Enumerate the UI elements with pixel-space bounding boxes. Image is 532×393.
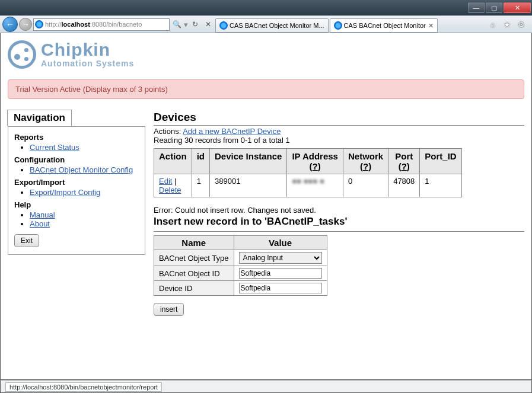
tab-title: CAS BACnet Object Monitor M... [230,22,324,29]
form-col-name: Name [154,236,234,250]
cell-port: 47808 [388,174,420,197]
logo-icon [8,40,36,69]
devices-heading: Devices [154,111,524,124]
devices-actions: Actions: Add a new BACnetIP Device [154,127,524,136]
form-col-value: Value [234,236,327,250]
reading-info: Reading 30 records from 0-1 of a total 1 [154,136,524,145]
exit-button[interactable]: Exit [14,234,39,247]
nav-link[interactable]: Export/Import Config [30,188,100,197]
col-port: Port(?) [388,149,420,174]
col-id: id [192,149,209,174]
maximize-button[interactable]: ▢ [486,2,502,13]
nav-link[interactable]: Manual [30,210,55,219]
nav-link[interactable]: About [30,219,50,228]
logo: Chipkin Automation Systems [8,40,524,69]
nav-heading: Help [14,200,139,209]
close-button[interactable]: ✕ [504,2,531,13]
table-row: Edit | Delete 1 389001 ■■ ■■■ ■ 0 47808 … [154,174,462,197]
home-icon[interactable]: ⌂ [488,20,498,29]
insert-title: Insert new record in to 'BACnetIP_tasks' [154,216,524,228]
ie-icon [35,20,43,28]
ie-icon [334,21,342,30]
edit-link[interactable]: Edit [159,177,172,186]
brand-name: Chipkin [41,41,134,59]
object-type-select[interactable]: Analog Input [239,252,322,264]
refresh-button[interactable]: ↻ [189,18,201,30]
status-bar: http://localhost:8080/bin/bacnetobjectmo… [0,380,532,393]
cell-network: 0 [343,174,388,197]
address-bar[interactable]: http://localhost:8080/bin/bacneto [33,18,170,31]
form-label: Device ID [154,281,234,296]
cell-portid: 1 [420,174,461,197]
form-row: BACnet Object TypeAnalog Input [154,250,327,266]
nav-heading: Configuration [14,155,139,164]
nav-link[interactable]: Current Status [30,143,79,152]
back-button[interactable]: ← [2,17,18,32]
error-message: Error: Could not insert row. Changes not… [154,206,524,215]
brand-subtitle: Automation Systems [41,59,134,68]
col-portid: Port_ID [420,149,461,174]
add-device-link[interactable]: Add a new BACnetIP Device [183,127,281,136]
form-input[interactable] [239,283,322,293]
browser-tab-2[interactable]: CAS BACnet Object Monitor ✕ [330,18,438,33]
url-path: /bin/bacneto [106,21,142,28]
tab-close-icon[interactable]: ✕ [428,22,434,30]
form-label: BACnet Object ID [154,266,234,281]
insert-form: Name Value BACnet Object TypeAnalog Inpu… [154,235,327,296]
nav-heading: Export/Import [14,178,139,187]
nav-heading: Reports [14,133,139,142]
col-ip: IP Address(?) [287,149,343,174]
ie-icon [219,21,228,30]
col-instance: Device Instance [210,149,287,174]
favorites-icon[interactable]: ★ [502,20,512,29]
minimize-button[interactable]: — [468,2,485,13]
stop-button[interactable]: ✕ [202,18,214,30]
trial-banner: Trial Version Active (Display max of 3 p… [8,79,524,99]
url-port: :8080 [90,21,107,28]
browser-toolbar: ← → http://localhost:8080/bin/bacneto 🔍 … [0,15,532,33]
insert-button[interactable]: insert [154,303,184,316]
url-prefix: http:// [45,21,62,28]
col-network: Network(?) [343,149,388,174]
tab-title: CAS BACnet Object Monitor [344,22,426,29]
cell-ip: ■■ ■■■ ■ [287,174,343,197]
search-icon[interactable]: 🔍 [171,18,183,30]
col-action: Action [154,149,192,174]
form-row: Device ID [154,281,327,296]
devices-table: Action id Device Instance IP Address(?) … [154,148,462,197]
url-host: localhost [62,21,90,28]
cell-id: 1 [192,174,209,197]
page-content: Chipkin Automation Systems Trial Version… [0,33,532,380]
form-input[interactable] [239,268,322,279]
window-titlebar: — ▢ ✕ [0,0,532,15]
gear-icon[interactable]: ⚙ [517,20,526,29]
nav-title: Navigation [7,110,72,126]
delete-link[interactable]: Delete [159,186,181,194]
form-label: BACnet Object Type [154,250,234,266]
status-text: http://localhost:8080/bin/bacnetobjectmo… [5,382,162,392]
cell-instance: 389001 [210,174,287,197]
browser-tab-1[interactable]: CAS BACnet Object Monitor M... [215,18,329,33]
form-row: BACnet Object ID [154,266,327,281]
nav-link[interactable]: BACnet Object Monitor Config [30,165,133,174]
forward-button[interactable]: → [19,18,32,31]
